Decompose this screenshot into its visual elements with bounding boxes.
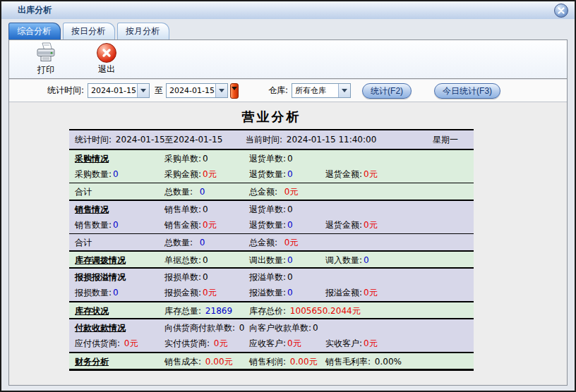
report-cell-label: 总金额: xyxy=(249,187,277,197)
report-cell-label: 应收客户: xyxy=(249,338,286,348)
report-cell: 应付供货商: 0元 xyxy=(75,335,138,352)
report-cell-label: 财务分析 xyxy=(75,357,109,367)
report-row: 应付供货商: 0元实付供货商: 0元应收客户:0元实收客户:0元 xyxy=(69,335,474,352)
report-cell-value: 0 xyxy=(287,272,293,282)
report-cell-value: 0 xyxy=(287,169,293,179)
report-cell: 调出数量:0 xyxy=(249,252,293,269)
report-cell-label: 销售单数: xyxy=(164,204,201,214)
tab-comprehensive-analysis[interactable]: 综合分析 xyxy=(8,23,61,40)
report-row: 合计总数量: 0总金额: 0元 xyxy=(69,183,474,200)
printer-icon xyxy=(35,42,57,63)
report-cell-label: 库存总量: xyxy=(164,306,201,316)
date-from-picker[interactable]: 2024-01-15 xyxy=(88,83,150,98)
report-cell-value: 0 xyxy=(287,154,293,164)
report-cell-label: 单据总数: xyxy=(164,255,201,265)
report-cell: 总数量: 0 xyxy=(164,183,205,200)
report-cell-value: 0 xyxy=(113,288,119,298)
report-cell-label: 报溢金额: xyxy=(325,288,362,298)
report-cell: 合计 xyxy=(75,234,92,251)
exit-button[interactable]: 退出 xyxy=(88,43,125,75)
warehouse-select[interactable]: 所有仓库 xyxy=(292,83,351,98)
report-row: 采购情况采购单数:0退货单数:0 xyxy=(69,149,474,166)
report-cell: 单据总数:0 xyxy=(164,252,208,269)
stat-f2-button[interactable]: 统计(F2) xyxy=(362,83,412,99)
report-cell: 报损报溢情况 xyxy=(75,269,126,286)
report-cell: 报损数量:0 xyxy=(75,284,119,301)
toolbar: 打印 退出 xyxy=(9,40,567,80)
report-cell-value: 0 xyxy=(287,288,293,298)
report-cell-label: 采购情况 xyxy=(75,154,109,164)
warehouse-dropdown-button[interactable] xyxy=(338,84,350,97)
close-icon xyxy=(558,7,565,14)
report-cell: 报溢单数:0 xyxy=(249,269,293,286)
report-cell: 报溢数量:0 xyxy=(249,284,293,301)
report-cell-label: 销售利润: xyxy=(249,357,286,367)
report-cell-value: 0元 xyxy=(364,169,378,179)
report-cell: 采购单数:0 xyxy=(164,150,208,167)
report-cell-value: 0元 xyxy=(211,338,227,348)
chevron-down-icon xyxy=(342,89,347,92)
report-cell: 销售利润: 0.00元 xyxy=(249,353,318,370)
report-row: 报损数量:0报损金额:0元报溢数量:0报溢金额:0元 xyxy=(69,284,474,301)
report-cell-value: 0 xyxy=(287,255,293,265)
report-cell: 销售数量:0 xyxy=(75,216,119,233)
report-cell-value: 2024-01-15至2024-01-15 xyxy=(113,135,222,145)
report-cell-value: 2024-01-15 11:40:00 xyxy=(284,135,376,145)
report-cell: 报溢金额:0元 xyxy=(325,284,378,301)
report-cell-label: 销售成本: xyxy=(164,357,201,367)
to-label: 至 xyxy=(155,85,163,97)
report-cell-label: 合计 xyxy=(75,187,92,197)
report-cell-label: 调入数量: xyxy=(325,255,362,265)
report-cell-label: 报损金额: xyxy=(164,288,201,298)
report-title: 营业分析 xyxy=(69,109,474,125)
report-cell-label: 报损数量: xyxy=(75,288,112,298)
exit-button-label: 退出 xyxy=(98,63,115,75)
report-cell-value: 0 xyxy=(194,187,205,197)
report-cell: 调入数量:0 xyxy=(325,252,369,269)
date-to-dropdown-button[interactable] xyxy=(215,84,227,97)
report-cell-value: 0 xyxy=(203,272,208,282)
report-cell-value: 0元 xyxy=(364,220,378,230)
today-stat-f3-button[interactable]: 今日统计(F3) xyxy=(434,83,500,99)
close-button[interactable] xyxy=(554,4,568,18)
report-cell: 报损单数:0 xyxy=(164,269,208,286)
print-button[interactable]: 打印 xyxy=(28,42,64,76)
report-cell-value: 0 xyxy=(287,204,293,214)
filter-bar: 统计时间: 2024-01-15 至 2024-01-15 仓库: 所有仓库 统… xyxy=(9,80,567,102)
report-cell: 库存总价: 1005650.2044元 xyxy=(249,302,361,319)
report-cell: 退货数量:0 xyxy=(249,216,293,233)
report-cell: 报损金额:0元 xyxy=(164,284,217,301)
report-cell: 库存调拨情况 xyxy=(75,252,126,269)
report-cell-label: 向供货商付款单数: xyxy=(164,323,235,333)
report-cell-label: 退货数量: xyxy=(249,220,286,230)
report-cell-label: 实付供货商: xyxy=(164,338,210,348)
report-cell: 销售单数:0 xyxy=(164,201,208,218)
report-cell-label: 销售情况 xyxy=(75,204,109,214)
app-window: 出库分析 综合分析 按日分析 按月分析 xyxy=(0,0,576,392)
business-analysis-table: 统计时间: 2024-01-15至2024-01-15当前时间: 2024-01… xyxy=(69,129,474,371)
report-cell-label: 总数量: xyxy=(164,187,193,197)
report-cell-value: 0元 xyxy=(121,338,138,348)
report-cell-value: 0.00元 xyxy=(203,357,233,367)
report-cell-label: 退货单数: xyxy=(249,154,286,164)
report-cell: 向供货商付款单数: 0 xyxy=(164,319,245,336)
tab-monthly-analysis[interactable]: 按月分析 xyxy=(117,23,169,40)
date-range-quick-button[interactable] xyxy=(230,83,239,99)
report-cell: 销售毛利率: 0.00% xyxy=(325,353,402,370)
report-cell: 退货金额:0元 xyxy=(325,216,378,233)
report-cell-value: 0 xyxy=(313,323,318,333)
tab-daily-analysis[interactable]: 按日分析 xyxy=(63,23,115,40)
calendar-dropdown-icon xyxy=(232,87,237,90)
report-row: 库存状况库存总量: 21869库存总价: 1005650.2044元 xyxy=(69,301,474,318)
report-content-area: 营业分析 统计时间: 2024-01-15至2024-01-15当前时间: 20… xyxy=(9,102,567,385)
report-row: 销售情况销售单数:0退货单数:0 xyxy=(69,200,474,216)
stat-time-label: 统计时间: xyxy=(47,85,84,97)
report-cell-label: 退货金额: xyxy=(325,169,362,179)
report-cell-label: 星期一 xyxy=(433,135,458,145)
date-to-picker[interactable]: 2024-01-15 xyxy=(166,83,228,98)
exit-x-icon xyxy=(97,43,116,63)
report-cell-value: 0 xyxy=(236,323,244,333)
date-from-dropdown-button[interactable] xyxy=(137,84,149,97)
report-cell-value: 21869 xyxy=(203,306,232,316)
report-cell: 向客户收款单数:0 xyxy=(249,319,318,336)
